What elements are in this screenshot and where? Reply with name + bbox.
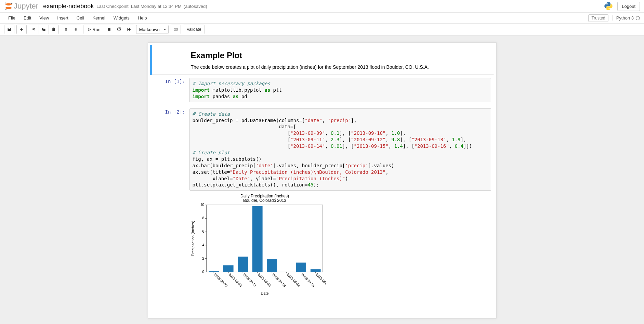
cut-icon [32,27,36,31]
menubar: FileEditViewInsertCellKernelWidgetsHelp … [0,13,644,24]
arrow-down-icon [74,27,78,31]
restart-icon [117,27,121,31]
move-up-button[interactable] [61,25,71,34]
svg-text:2013-09-16: 2013-09-16 [315,273,326,288]
svg-text:2013-09-13: 2013-09-13 [271,273,286,288]
svg-point-2 [5,3,6,4]
svg-rect-6 [174,28,178,30]
plus-icon [19,27,24,31]
jupyter-logo-icon [4,2,13,11]
cell-prompt [152,47,189,73]
svg-text:2013-09-15: 2013-09-15 [300,273,315,288]
markdown-paragraph: The code below creates a plot of daily p… [191,64,491,70]
menu-help[interactable]: Help [134,13,151,23]
svg-text:10: 10 [200,203,204,207]
svg-point-3 [11,3,12,4]
precipitation-bar-chart: Daily Precipitation (inches)Boulder, Col… [189,193,326,296]
svg-text:Precipitation (Inches): Precipitation (Inches) [191,221,195,256]
notebook-name[interactable]: example-notebook [43,3,94,10]
command-palette-button[interactable] [171,25,181,34]
restart-run-all-button[interactable] [124,25,134,34]
bar-2013-09-11 [238,257,248,272]
code-cell-2[interactable]: In [2]: # Create data boulder_precip = p… [150,105,494,299]
svg-rect-8 [175,29,175,29]
cell-prompt: In [1]: [150,77,188,104]
cell-prompt: In [2]: [150,107,188,298]
save-button[interactable] [4,25,14,34]
svg-text:2013-09-10: 2013-09-10 [228,273,243,288]
svg-text:2013-09-12: 2013-09-12 [257,273,272,288]
svg-text:Daily Precipitation (inches): Daily Precipitation (inches) [240,194,289,198]
markdown-rendered: Example Plot The code below creates a pl… [189,47,494,73]
svg-text:6: 6 [202,230,204,234]
trusted-indicator[interactable]: Trusted [588,14,608,22]
menu-file[interactable]: File [4,13,19,23]
notebook-header: Jupyter example-notebook Last Checkpoint… [0,0,644,13]
svg-rect-14 [207,205,323,272]
bar-2013-09-09 [209,271,219,272]
jupyter-logo[interactable]: Jupyter [4,2,38,11]
run-button[interactable]: Run [83,25,104,34]
interrupt-button[interactable] [104,25,114,34]
menu-insert[interactable]: Insert [53,13,73,23]
bar-2013-09-16 [310,270,320,272]
svg-rect-10 [177,29,177,29]
bar-2013-09-12 [252,206,262,272]
bar-2013-09-13 [267,259,277,272]
toolbar: Run Markdown Validate [0,24,644,36]
svg-rect-9 [176,29,176,29]
svg-text:2013-09-11: 2013-09-11 [242,273,257,288]
bar-2013-09-10 [223,265,233,272]
svg-text:8: 8 [202,217,204,220]
keyboard-icon [174,27,178,31]
menu-view[interactable]: View [35,13,53,23]
cut-button[interactable] [29,25,39,34]
chart-output: Daily Precipitation (inches)Boulder, Col… [189,193,491,296]
kernel-status-icon [636,16,640,20]
notebook-container: Example Plot The code below creates a pl… [148,42,497,319]
logout-button[interactable]: Logout [617,2,640,11]
svg-point-1 [5,7,12,9]
restart-button[interactable] [114,25,124,34]
menu-cell[interactable]: Cell [73,13,88,23]
copy-button[interactable] [39,25,49,34]
cell-type-select[interactable]: Markdown [136,25,169,34]
validate-button[interactable]: Validate [183,25,205,34]
jupyter-logo-text: Jupyter [14,2,38,11]
svg-rect-7 [174,29,175,29]
code-input[interactable]: # Create data boulder_precip = pd.DataFr… [189,108,491,191]
stop-icon [107,27,111,31]
svg-text:Boulder, Colorado 2013: Boulder, Colorado 2013 [243,198,286,203]
move-down-button[interactable] [71,25,81,34]
svg-text:0: 0 [202,270,204,274]
code-input[interactable]: # Import necessary packages import matpl… [189,78,491,102]
svg-point-4 [5,9,6,10]
menu-kernel[interactable]: Kernel [88,13,109,23]
svg-point-0 [5,3,12,5]
menu-widgets[interactable]: Widgets [109,13,134,23]
run-label: Run [92,27,101,32]
insert-cell-below-button[interactable] [17,25,26,34]
code-cell-1[interactable]: In [1]: # Import necessary packages impo… [150,75,494,105]
kernel-name: Python 3 [616,15,634,21]
arrow-up-icon [64,27,68,31]
svg-text:2: 2 [202,257,204,260]
paste-icon [52,27,56,31]
fast-forward-icon [127,27,131,31]
copy-icon [42,27,46,31]
kernel-indicator[interactable]: Python 3 [613,15,640,21]
paste-button[interactable] [49,25,58,34]
svg-text:2013-09-09: 2013-09-09 [213,273,228,288]
bar-2013-09-15 [296,263,306,272]
svg-rect-11 [175,30,177,30]
run-icon [87,27,91,31]
svg-text:4: 4 [202,243,204,247]
menu-edit[interactable]: Edit [19,13,35,23]
svg-rect-5 [108,28,110,31]
markdown-cell[interactable]: Example Plot The code below creates a pl… [150,45,494,75]
markdown-heading: Example Plot [191,51,491,60]
svg-text:Date: Date [261,291,268,295]
checkpoint-status: Last Checkpoint: Last Monday at 12:34 PM [96,4,182,9]
autosave-status: (autosaved) [184,4,207,9]
python-logo-icon [604,1,613,11]
